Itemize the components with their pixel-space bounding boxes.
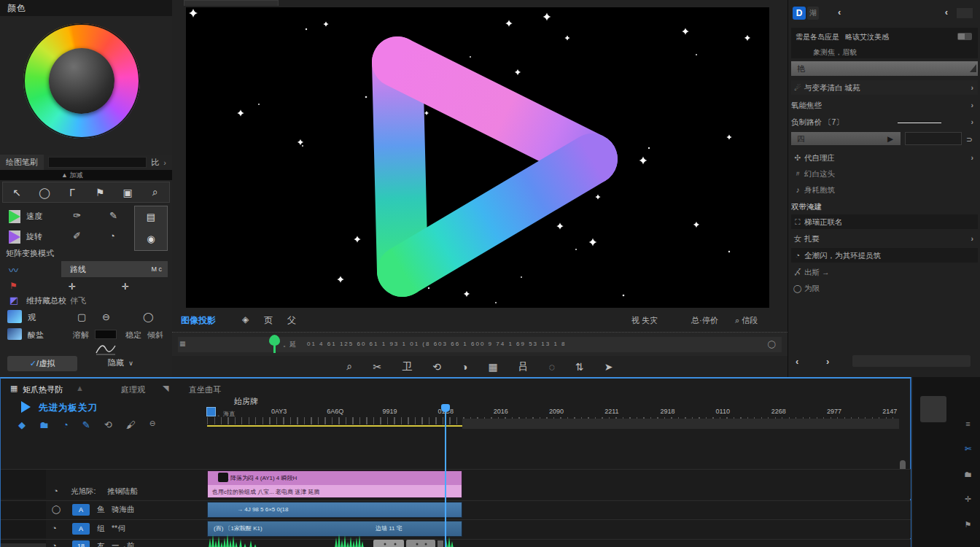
prop-row-8[interactable]: ⛶梯瑞正联名 — [791, 214, 978, 229]
tile-bottom-icon[interactable]: ◉ — [135, 228, 167, 250]
work-area-bar[interactable] — [207, 425, 462, 427]
shape-tool-icon[interactable]: ◯ — [36, 187, 53, 198]
track4-lock-button[interactable]: 18 — [72, 540, 90, 547]
clip-chip-icon[interactable] — [206, 407, 216, 416]
snap-icon[interactable]: ✄ — [964, 444, 972, 454]
prop-row-9[interactable]: 女扎耍› — [791, 231, 978, 246]
footer-input[interactable] — [852, 355, 971, 367]
track1-eye-icon[interactable]: ◔ — [53, 486, 58, 495]
blend-input[interactable] — [95, 330, 117, 339]
preview-scrubber[interactable]: ▦ 。延 01 4 61 125 60 61 1 93 1 01 (8 603 … — [172, 332, 788, 356]
timeline-playhead[interactable] — [445, 405, 446, 547]
sequence-play-icon[interactable] — [21, 401, 36, 413]
track2-eye-icon[interactable]: ◯ — [52, 505, 61, 514]
preview-mode-label[interactable]: 图像投影 — [181, 314, 216, 327]
preview-viewport[interactable] — [186, 7, 769, 308]
brush-input[interactable] — [48, 157, 147, 168]
layers-icon[interactable]: 吕 — [518, 360, 529, 373]
menu-box[interactable] — [957, 8, 973, 18]
video-clip-1[interactable]: → 4J 98 5 6×5 0(18 — [207, 502, 462, 518]
contrast-icon[interactable]: ◑ — [462, 361, 467, 373]
tl-tool-2[interactable]: ◔ — [63, 419, 69, 430]
rotate-icon-a[interactable]: ✐ — [73, 230, 81, 241]
film-icon[interactable]: 🖿 — [964, 470, 972, 478]
diamond-icon[interactable]: ◈ — [242, 314, 249, 325]
tab-1[interactable]: 庭理观 — [121, 384, 145, 395]
select-tool-icon[interactable]: ↖ — [8, 187, 26, 198]
next-icon[interactable]: › — [826, 356, 829, 367]
add-icon[interactable]: ✛ — [964, 494, 972, 504]
speed-icon-a[interactable]: ✑ — [73, 210, 81, 221]
track4-eye-icon[interactable]: ◔ — [52, 541, 57, 547]
image-thumb-icon[interactable] — [7, 310, 22, 323]
play-button[interactable]: ✓/虚拟 — [7, 356, 77, 371]
plus-icon-b[interactable]: ✛ — [122, 282, 129, 292]
prop-row-10[interactable]: ◔全潮闪，为其环提员筑 — [791, 248, 978, 263]
speed-icon-b[interactable]: ✎ — [109, 210, 117, 221]
flag2-icon[interactable]: ⚑ — [964, 520, 972, 529]
audio-clip[interactable] — [207, 533, 462, 547]
tab-icon-2[interactable]: ◥ — [163, 384, 168, 393]
prop-row-1[interactable]: 氧能焦些› — [791, 98, 978, 112]
tab-2[interactable]: 直坐曲耳 — [189, 384, 221, 395]
sort-icon[interactable]: ⇅ — [575, 361, 584, 373]
crop-icon[interactable]: 卫 — [402, 360, 412, 373]
info-toggle[interactable] — [957, 33, 972, 40]
plus-icon-a[interactable]: ✛ — [69, 282, 76, 292]
tab-0[interactable]: 矩爪热寻防 — [23, 384, 63, 395]
tl-tool-1[interactable]: 🖿 — [39, 419, 49, 430]
selected-property[interactable]: 艳 — [791, 61, 978, 76]
corner-tool-icon[interactable]: Γ — [63, 187, 81, 198]
tl-tool-3[interactable]: ✎ — [82, 419, 90, 430]
tl-tool-5[interactable]: 🖌 — [126, 419, 136, 430]
track3-eye-icon[interactable]: ◔ — [52, 524, 57, 532]
tl-tool-6[interactable]: ⊖ — [149, 419, 155, 430]
zoom-icon[interactable]: ⌕ — [347, 360, 353, 373]
track3-lock-button[interactable]: A — [72, 523, 90, 535]
playhead-cap[interactable] — [441, 404, 450, 412]
minus-icon[interactable]: ⊖ — [102, 311, 110, 322]
prev-icon[interactable]: ‹ — [796, 356, 798, 367]
prop-row-5[interactable]: 〃幻白这头 — [791, 166, 978, 181]
tile-top-icon[interactable]: ▤ — [135, 206, 167, 228]
green-play-icon[interactable] — [9, 210, 20, 223]
purple-play-icon[interactable] — [9, 230, 20, 244]
menu-icon[interactable]: ≡ — [964, 419, 972, 428]
prop-row-2[interactable]: 负制路价 〔7〕 › — [791, 115, 978, 129]
tl-tool-0[interactable]: ◆ — [18, 419, 26, 430]
prop-row-6[interactable]: ♪身耗胞筑 — [791, 182, 978, 197]
zoom-status[interactable]: ⌕ 信段 — [735, 315, 758, 326]
subtitle-clip[interactable]: ▍ 1 降落为闷 4 (AY1) 4 瞬段H 也用c拉的验组成 八宝... 老电… — [207, 470, 462, 498]
loop-icon[interactable]: ⟲ — [432, 361, 441, 373]
page-icon[interactable]: 页 — [264, 314, 273, 327]
track2-lock-button[interactable]: A — [72, 504, 90, 516]
collapse-icon[interactable]: ‹ — [945, 7, 948, 18]
tl-tool-4[interactable]: ⟲ — [104, 419, 112, 430]
side-box[interactable] — [920, 396, 946, 422]
rect-icon[interactable]: ▢ — [77, 311, 86, 322]
circle-icon[interactable]: ◯ — [143, 311, 154, 322]
grid-icon[interactable]: ▦ — [488, 361, 497, 373]
prop-input[interactable] — [905, 132, 962, 145]
mask-mode-icon[interactable]: 父 — [287, 314, 296, 327]
zoom-tool-icon[interactable]: ⌕ — [147, 186, 164, 198]
prop-button[interactable]: 四▶ — [791, 132, 901, 145]
prop-row-12[interactable]: ◯为限 — [791, 281, 978, 295]
app-logo[interactable]: D — [793, 7, 806, 20]
rotate-icon-b[interactable]: ◔ — [109, 230, 115, 241]
ellipse-icon[interactable]: ◌ — [549, 361, 555, 373]
back-icon[interactable]: ‹ — [838, 7, 841, 18]
status-b[interactable]: 总·停价 — [691, 315, 718, 326]
preview-tab[interactable] — [184, 0, 279, 6]
prop-row-4[interactable]: ✣代自理庄› — [791, 150, 978, 165]
sequence-name[interactable]: 先进为板关刀 — [39, 402, 98, 414]
cut-icon[interactable]: ✂ — [373, 361, 381, 373]
cursor-icon[interactable]: ➤ — [604, 361, 613, 373]
tab-icon-1[interactable]: ▲ — [76, 384, 84, 392]
brush-chevron-icon[interactable]: › — [160, 158, 172, 167]
tab-icon-0[interactable]: ▦ — [10, 384, 18, 393]
clip-thumb-icon[interactable] — [7, 328, 22, 340]
prop-row-0[interactable]: ☄与变孝清白 城苑› — [791, 80, 978, 95]
flag-tool-icon[interactable]: ⚑ — [91, 187, 109, 198]
status-a[interactable]: 视 失灾 — [631, 315, 658, 326]
